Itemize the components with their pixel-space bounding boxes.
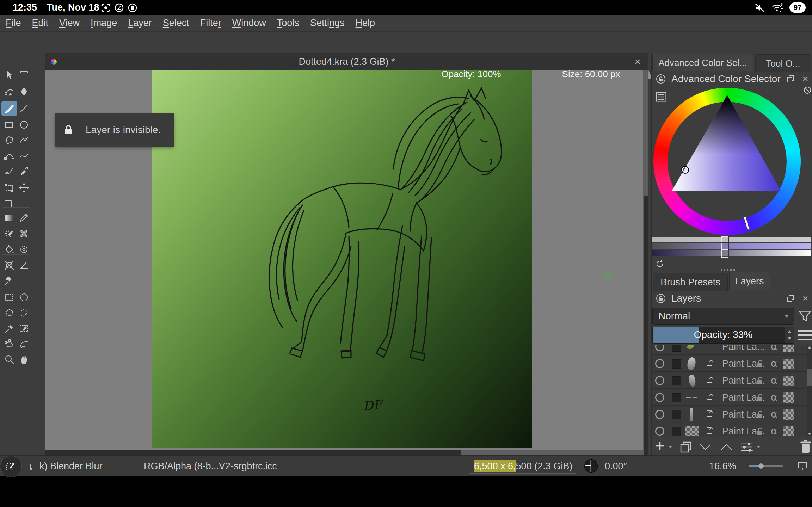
- alpha-icon[interactable]: α: [771, 390, 777, 405]
- tab-tool-options[interactable]: Tool O...: [755, 54, 811, 72]
- v-scrollbar-track[interactable]: [643, 70, 648, 455]
- magnetic-select-tool[interactable]: [18, 338, 30, 350]
- layer-name[interactable]: Paint La...: [722, 345, 765, 354]
- calligraphy-tool[interactable]: [18, 85, 30, 98]
- zoom-slider-handle[interactable]: [758, 463, 764, 469]
- layer-color-swatch[interactable]: [672, 427, 681, 436]
- menu-select[interactable]: Select: [163, 18, 189, 29]
- menu-edit[interactable]: Edit: [32, 18, 49, 29]
- common-color-bar[interactable]: [652, 237, 811, 242]
- duplicate-layer-button[interactable]: [679, 440, 693, 454]
- inherit-alpha-checker[interactable]: [783, 409, 794, 420]
- selection-mode-icon[interactable]: [24, 462, 32, 471]
- color-sampler-tool[interactable]: [18, 211, 30, 224]
- image-dimensions[interactable]: 6,500 x 6,500 (2.3 GiB): [470, 459, 576, 474]
- close-icon[interactable]: ×: [634, 53, 641, 70]
- brush-preset-name[interactable]: k) Blender Blur: [39, 456, 103, 477]
- menu-file[interactable]: File: [6, 18, 21, 29]
- alpha-icon[interactable]: α: [771, 407, 777, 422]
- text-tool[interactable]: [18, 69, 30, 81]
- floating-tool-button[interactable]: [0, 456, 22, 477]
- float-docker-icon[interactable]: [786, 294, 795, 303]
- zoom-level[interactable]: 16.6%: [709, 456, 736, 477]
- layer-scrollbar-thumb[interactable]: [807, 369, 812, 386]
- layer-row[interactable]: Paint La... α: [652, 390, 807, 406]
- assistants-tool[interactable]: [3, 259, 16, 272]
- layer-color-swatch[interactable]: [672, 393, 681, 402]
- edit-shapes-tool[interactable]: [3, 85, 16, 98]
- zoom-slider-track[interactable]: [749, 465, 783, 467]
- bezier-select-tool[interactable]: [3, 338, 16, 350]
- rotation-angle[interactable]: 0.00°: [605, 456, 627, 477]
- layer-row[interactable]: Paint La... α: [652, 345, 807, 355]
- move-layer-up-button[interactable]: [719, 442, 733, 452]
- value-bar[interactable]: [652, 250, 811, 256]
- colorize-mask-tool[interactable]: [3, 227, 16, 240]
- dynamic-brush-tool[interactable]: [3, 165, 16, 178]
- visibility-icon[interactable]: [655, 376, 664, 385]
- alpha-icon[interactable]: α: [771, 423, 777, 436]
- enclose-and-fill-tool[interactable]: [18, 243, 30, 256]
- acs-settings-icon[interactable]: [655, 91, 667, 103]
- chevron-down-icon[interactable]: [757, 446, 760, 448]
- tab-brush-presets[interactable]: Brush Presets: [653, 273, 728, 291]
- layer-color-swatch[interactable]: [672, 410, 681, 419]
- polygon-select-tool[interactable]: [3, 307, 16, 319]
- move-layer-down-button[interactable]: [698, 442, 712, 452]
- pan-tool[interactable]: [18, 353, 30, 366]
- move-tool[interactable]: [18, 181, 30, 194]
- v-scrollbar-thumb[interactable]: [644, 196, 648, 455]
- splitter-handle[interactable]: [721, 269, 735, 271]
- tab-layers[interactable]: Layers: [729, 272, 770, 290]
- close-docker-icon[interactable]: ×: [802, 291, 808, 306]
- docker-lock-icon[interactable]: [656, 293, 666, 303]
- multibrush-tool[interactable]: [18, 165, 30, 178]
- menu-help[interactable]: Help: [355, 18, 375, 29]
- tab-advanced-color-selector[interactable]: Advanced Color Sel...: [652, 54, 753, 71]
- layer-color-swatch[interactable]: [672, 359, 681, 369]
- inherit-alpha-checker[interactable]: [783, 392, 794, 403]
- layer-row[interactable]: Paint La... α: [652, 373, 807, 389]
- polyline-tool[interactable]: [18, 134, 30, 147]
- add-layer-button[interactable]: +: [655, 436, 665, 455]
- layer-blend-mode-dropdown[interactable]: Normal: [652, 308, 794, 325]
- layer-scrollbar[interactable]: [807, 345, 812, 436]
- polygon-tool[interactable]: [3, 134, 16, 147]
- select-shapes-tool[interactable]: [3, 69, 16, 81]
- similar-color-select-tool[interactable]: [3, 322, 16, 335]
- smart-patch-tool[interactable]: [18, 227, 30, 240]
- menu-tools[interactable]: Tools: [277, 18, 299, 29]
- menu-filter[interactable]: Filter: [200, 18, 221, 29]
- contiguous-select-tool[interactable]: [18, 322, 30, 335]
- layer-options-menu-icon[interactable]: [798, 330, 812, 340]
- docker-lock-icon[interactable]: [656, 74, 666, 84]
- lock-open-icon[interactable]: [756, 393, 765, 402]
- rect-select-tool[interactable]: [3, 291, 16, 304]
- menu-view[interactable]: View: [59, 18, 80, 29]
- menu-window[interactable]: Window: [232, 18, 266, 29]
- acs-refresh-icon[interactable]: [654, 259, 665, 269]
- menu-layer[interactable]: Layer: [128, 18, 152, 29]
- menu-image[interactable]: Image: [91, 18, 117, 29]
- lock-open-icon[interactable]: [756, 427, 765, 436]
- layer-color-swatch[interactable]: [672, 376, 681, 385]
- saturation-bar[interactable]: [652, 243, 811, 249]
- float-docker-icon[interactable]: [786, 75, 795, 83]
- fill-tool[interactable]: [3, 243, 16, 256]
- zoom-tool[interactable]: [3, 353, 16, 366]
- freehand-path-tool[interactable]: [18, 149, 30, 162]
- scroll-down-icon[interactable]: [808, 433, 811, 435]
- color-profile[interactable]: RGB/Alpha (8-b...V2-srgbtrc.icc: [144, 456, 277, 477]
- lock-open-icon[interactable]: [756, 376, 765, 385]
- freehand-select-tool[interactable]: [18, 307, 30, 319]
- layer-color-swatch[interactable]: [672, 345, 681, 352]
- hide-shade-icon[interactable]: [803, 86, 812, 94]
- close-docker-icon[interactable]: ×: [802, 71, 808, 87]
- sv-marker[interactable]: [681, 166, 689, 174]
- layer-row[interactable]: Paint La... α: [652, 423, 807, 436]
- measure-tool[interactable]: [18, 259, 30, 272]
- menu-settings[interactable]: Settings: [310, 18, 345, 29]
- reference-images-tool[interactable]: [3, 274, 16, 287]
- h-scrollbar-track[interactable]: [45, 450, 648, 455]
- transform-tool[interactable]: [3, 181, 16, 194]
